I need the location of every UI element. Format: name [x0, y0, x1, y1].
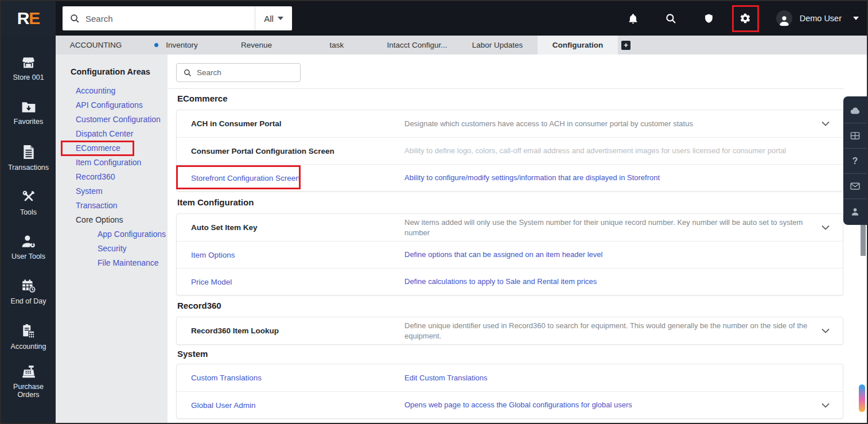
- setting-title-link[interactable]: Global User Admin: [191, 401, 404, 410]
- setting-description: Designate which customers have access to…: [404, 119, 821, 129]
- grid-icon[interactable]: [843, 123, 867, 148]
- setting-title: Auto Set Item Key: [191, 223, 404, 232]
- document-icon: [22, 145, 35, 160]
- gear-icon[interactable]: [738, 13, 752, 24]
- shield-icon[interactable]: [702, 13, 716, 24]
- sidebar-item-favorites[interactable]: Favorites: [1, 91, 56, 135]
- storefront-icon: [21, 56, 36, 69]
- section-title-item-configuration: Item Configuration: [177, 197, 254, 207]
- divider: [168, 88, 843, 89]
- sidebar-item-tools[interactable]: Tools: [1, 180, 56, 225]
- global-search-bar: All: [63, 6, 292, 30]
- search-icon: [184, 69, 192, 77]
- tab-accounting[interactable]: ACCOUNTING: [56, 36, 136, 55]
- chat-widget-launcher[interactable]: [859, 384, 865, 412]
- user-menu-chevron-icon[interactable]: [853, 17, 859, 20]
- config-area-core-options: Core Options: [56, 213, 168, 227]
- configuration-areas-title: Configuration Areas: [71, 67, 168, 76]
- setting-title-link[interactable]: Custom Translations: [191, 374, 404, 382]
- section-title-system: System: [177, 349, 208, 359]
- notifications-bell-icon[interactable]: [626, 13, 640, 25]
- tab-configuration[interactable]: Configuration: [538, 36, 618, 55]
- setting-title-link[interactable]: Price Model: [191, 278, 404, 286]
- setting-row-item-options[interactable]: Item Options Define options that can be …: [177, 241, 843, 268]
- tab-task[interactable]: task: [297, 36, 377, 55]
- cloud-icon[interactable]: [843, 98, 867, 123]
- config-area-accounting[interactable]: Accounting: [56, 84, 168, 98]
- section-title-record360: Record360: [177, 301, 221, 310]
- top-bar: RE All: [1, 1, 867, 36]
- cash-register-icon: [21, 365, 36, 379]
- global-search-input[interactable]: [85, 14, 255, 24]
- config-area-file-maintenance[interactable]: File Maintenance: [56, 256, 168, 270]
- app-logo[interactable]: RE: [1, 1, 56, 36]
- help-icon[interactable]: ?: [843, 148, 867, 173]
- section-card-ecommerce: ACH in Consumer Portal Designate which c…: [176, 110, 843, 192]
- tab-intacct-configuration[interactable]: Intacct Configur...: [377, 36, 457, 55]
- top-actions: Demo User: [626, 1, 859, 36]
- chevron-down-icon[interactable]: [821, 225, 830, 230]
- setting-row-auto-set-item-key[interactable]: Auto Set Item Key New items added will o…: [177, 214, 843, 241]
- config-area-security[interactable]: Security: [56, 242, 168, 256]
- search-icon: [70, 14, 80, 24]
- person-icon[interactable]: [843, 199, 867, 224]
- setting-description: Opens web page to access the Global conf…: [404, 400, 821, 410]
- favorites-folder-icon: [21, 101, 36, 114]
- sidebar-item-store[interactable]: Store 001: [1, 46, 56, 91]
- settings-search-input[interactable]: [197, 68, 300, 77]
- config-area-transaction[interactable]: Transaction: [56, 199, 168, 213]
- mail-icon[interactable]: [843, 173, 867, 199]
- section-card-item-configuration: Auto Set Item Key New items added will o…: [176, 213, 843, 295]
- config-area-app-configurations[interactable]: App Configurations: [56, 227, 168, 242]
- notification-dot: [154, 43, 158, 47]
- sidebar-item-purchase-orders[interactable]: Purchase Orders: [1, 359, 56, 404]
- search-scope-value: All: [264, 14, 274, 24]
- setting-row-storefront-configuration[interactable]: Storefront Configuration Screen Ability …: [177, 164, 843, 191]
- highlight-box-gear: [732, 5, 759, 32]
- setting-row-price-model[interactable]: Price Model Define calculations to apply…: [177, 268, 843, 295]
- sidebar-item-accounting[interactable]: Accounting: [1, 314, 56, 359]
- section-card-system: Custom Translations Edit Custom Translat…: [176, 364, 843, 419]
- config-area-dispatch-center[interactable]: Dispatch Center: [56, 127, 168, 141]
- sidebar-item-user-tools[interactable]: User Tools: [1, 225, 56, 270]
- config-area-record360[interactable]: Record360: [56, 170, 168, 184]
- config-area-system[interactable]: System: [56, 184, 168, 199]
- tab-bar: ACCOUNTING Inventory Revenue task Intacc…: [56, 36, 867, 55]
- sidebar-item-end-of-day[interactable]: End of Day: [1, 270, 56, 314]
- vertical-scrollbar[interactable]: [861, 224, 866, 256]
- section-title-ecommerce: ECommerce: [177, 94, 228, 103]
- tab-revenue[interactable]: Revenue: [216, 36, 297, 55]
- configuration-areas-list: Accounting API Configurations Customer C…: [56, 84, 168, 270]
- tab-inventory[interactable]: Inventory: [136, 36, 216, 55]
- setting-title-link[interactable]: Storefront Configuration Screen: [191, 174, 404, 182]
- chevron-down-icon[interactable]: [821, 328, 830, 333]
- configuration-areas-panel: Configuration Areas Accounting API Confi…: [56, 55, 168, 424]
- main-content: ECommerce ACH in Consumer Portal Designa…: [168, 55, 867, 424]
- setting-description: Edit Custom Translations: [404, 373, 821, 383]
- search-scope-dropdown[interactable]: All: [255, 14, 292, 24]
- setting-row-custom-translations[interactable]: Custom Translations Edit Custom Translat…: [177, 364, 843, 391]
- config-area-api-configurations[interactable]: API Configurations: [56, 98, 168, 112]
- setting-row-ach-in-consumer-portal[interactable]: ACH in Consumer Portal Designate which c…: [177, 110, 843, 137]
- user-avatar[interactable]: [776, 10, 792, 26]
- logo-letter-r: R: [17, 9, 29, 28]
- chevron-down-icon[interactable]: [821, 403, 830, 408]
- add-tab-button[interactable]: +: [621, 41, 630, 50]
- setting-row-consumer-portal-configuration[interactable]: Consumer Portal Configuration Screen Abi…: [177, 137, 843, 164]
- config-area-ecommerce[interactable]: ECommerce: [56, 141, 168, 155]
- clipboard-calculator-icon: [21, 324, 36, 339]
- config-area-item-configuration[interactable]: Item Configuration: [56, 155, 168, 170]
- settings-search-bar: [176, 63, 301, 82]
- sidebar-item-transactions[interactable]: Transactions: [1, 135, 56, 180]
- setting-title: Record360 Item Lookup: [191, 326, 404, 335]
- setting-row-global-user-admin[interactable]: Global User Admin Opens web page to acce…: [177, 391, 843, 418]
- search-icon[interactable]: [664, 13, 678, 24]
- chevron-down-icon[interactable]: [821, 121, 830, 126]
- config-area-customer-configuration[interactable]: Customer Configuration: [56, 112, 168, 127]
- tab-labor-updates[interactable]: Labor Updates: [457, 36, 538, 55]
- user-tools-icon: [21, 235, 36, 248]
- setting-row-record360-item-lookup[interactable]: Record360 Item Lookup Define unique iden…: [177, 317, 843, 344]
- setting-title: Consumer Portal Configuration Screen: [191, 147, 404, 155]
- setting-title-link[interactable]: Item Options: [191, 251, 404, 259]
- setting-description: Ability to configure/modify settings/inf…: [404, 173, 821, 183]
